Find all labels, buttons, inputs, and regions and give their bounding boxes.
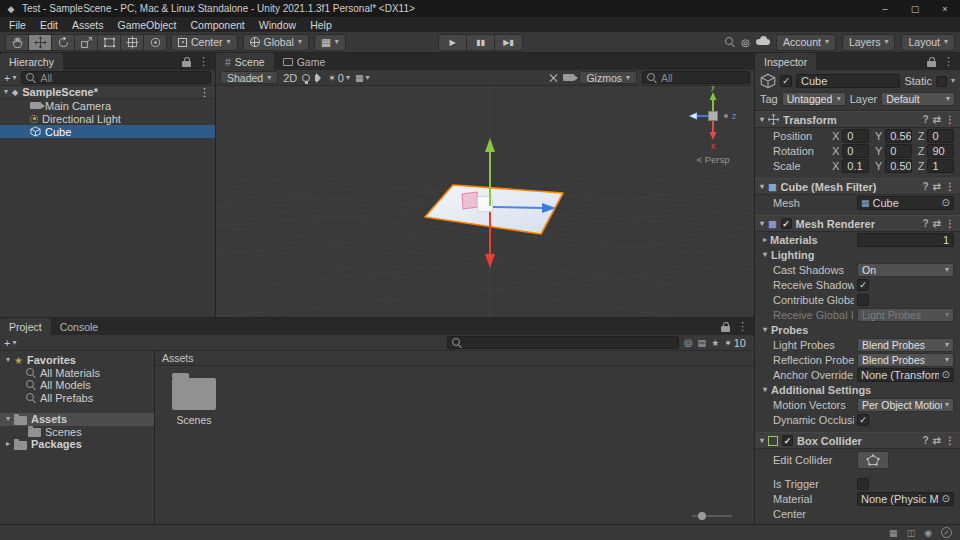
chevron-down-icon[interactable]: ▾ <box>951 77 955 85</box>
tab-scene[interactable]: #Scene <box>216 53 274 70</box>
favorites-foldout[interactable]: ▾★Favorites <box>0 354 154 367</box>
favorites-all-materials[interactable]: All Materials <box>0 367 154 380</box>
kebab-menu-icon[interactable]: ⋮ <box>945 114 955 125</box>
foldout-icon[interactable]: ▾ <box>6 356 10 364</box>
help-icon[interactable]: ? <box>923 218 929 229</box>
menu-window[interactable]: Window <box>252 17 303 32</box>
menu-edit[interactable]: Edit <box>33 17 65 32</box>
gameobject-name-field[interactable]: Cube <box>796 74 900 88</box>
foldout-icon[interactable]: ▾ <box>763 386 767 394</box>
rotation-x-field[interactable]: 0 <box>842 144 869 158</box>
lighting-foldout[interactable]: ▾Lighting <box>755 247 960 262</box>
pause-button[interactable]: ▮▮ <box>466 34 495 51</box>
scale-tool-button[interactable] <box>74 34 98 51</box>
progress-check-icon[interactable]: ✓ <box>941 527 952 538</box>
tree-item-scenes[interactable]: Scenes <box>0 426 154 439</box>
rect-tool-button[interactable] <box>97 34 121 51</box>
foldout-icon[interactable]: ▾ <box>760 220 764 228</box>
layers-dropdown[interactable]: Layers▾ <box>842 34 896 51</box>
grid-snapping-button[interactable]: ▦▾ <box>314 34 346 51</box>
kebab-menu-icon[interactable]: ⋮ <box>199 86 215 99</box>
reflection-probes-dropdown[interactable]: Blend Probes▾ <box>857 353 954 367</box>
search-by-label-icon[interactable]: ▤ <box>698 338 707 348</box>
transform-header[interactable]: ▾ Transform ? ⇄ ⋮ <box>755 111 960 128</box>
play-button[interactable]: ▶ <box>438 34 467 51</box>
menu-file[interactable]: File <box>2 17 33 32</box>
lock-icon[interactable] <box>182 61 191 67</box>
maximize-button[interactable]: ▢ <box>900 0 930 17</box>
lock-icon[interactable] <box>927 61 936 67</box>
project-add-button[interactable]: +▾ <box>4 337 16 349</box>
rotation-z-field[interactable]: 90 <box>927 144 954 158</box>
physic-material-field[interactable]: None (Physic Ma⊙ <box>857 492 954 506</box>
rotate-tool-button[interactable] <box>51 34 75 51</box>
hierarchy-add-button[interactable]: +▾ <box>4 72 16 84</box>
layout-status-icon[interactable]: ◫ <box>907 528 916 538</box>
favorites-all-models[interactable]: All Models <box>0 379 154 392</box>
automation-status-icon[interactable]: ▦ <box>889 528 898 538</box>
materials-count-field[interactable]: 1 <box>857 233 954 247</box>
scale-y-field[interactable]: 0.5001 <box>885 159 912 173</box>
kebab-menu-icon[interactable]: ⋮ <box>945 435 955 446</box>
presets-icon[interactable]: ⇄ <box>933 435 941 446</box>
layout-dropdown[interactable]: Layout▾ <box>901 34 955 51</box>
position-x-field[interactable]: 0 <box>842 129 869 143</box>
hidden-count-badge[interactable]: ✶10 <box>724 337 750 349</box>
dynamic-occlusion-checkbox[interactable]: ✓ <box>857 414 869 426</box>
effects-dropdown[interactable]: ✶0▾ <box>328 72 350 84</box>
foldout-icon[interactable]: ▾ <box>4 88 8 96</box>
hand-tool-button[interactable] <box>5 34 29 51</box>
scale-x-field[interactable]: 0.1 <box>842 159 869 173</box>
asset-tile-scenes[interactable]: Scenes <box>165 378 223 426</box>
close-button[interactable]: × <box>930 0 960 17</box>
tab-inspector[interactable]: Inspector <box>755 53 816 70</box>
scene-viewport[interactable]: y x z < Persp <box>216 86 754 317</box>
gizmo-hidden-axis-dot[interactable] <box>724 114 728 118</box>
mesh-object-field[interactable]: ▦Cube⊙ <box>857 196 954 210</box>
move-tool-button[interactable] <box>28 34 52 51</box>
cast-shadows-dropdown[interactable]: On▾ <box>857 263 954 277</box>
receive-shadows-checkbox[interactable]: ✓ <box>857 279 869 291</box>
scale-z-field[interactable]: 1 <box>927 159 954 173</box>
search-by-type-icon[interactable]: ◎ <box>684 337 693 348</box>
foldout-icon[interactable]: ▾ <box>760 437 764 445</box>
foldout-icon[interactable]: ▾ <box>760 116 764 124</box>
tab-hierarchy[interactable]: Hierarchy <box>0 53 63 70</box>
layer-dropdown[interactable]: Default▾ <box>881 92 955 106</box>
move-plane-handle-xy[interactable] <box>462 192 478 209</box>
foldout-icon[interactable]: ▸ <box>6 440 10 448</box>
transform-tool-button[interactable] <box>120 34 144 51</box>
kebab-menu-icon[interactable]: ⋮ <box>198 55 209 68</box>
presets-icon[interactable]: ⇄ <box>933 181 941 192</box>
foldout-icon[interactable]: ▸ <box>763 236 767 244</box>
materials-row[interactable]: ▸ Materials 1 <box>755 232 960 247</box>
target-icon[interactable]: ◎ <box>741 37 750 48</box>
motion-vectors-dropdown[interactable]: Per Object Motion▾ <box>857 398 954 412</box>
tab-project[interactable]: Project <box>0 318 51 335</box>
probes-foldout[interactable]: ▾Probes <box>755 322 960 337</box>
foldout-icon[interactable]: ▾ <box>6 415 10 423</box>
active-checkbox[interactable]: ✓ <box>780 75 792 87</box>
contribute-gi-checkbox[interactable] <box>857 294 869 306</box>
object-picker-icon[interactable]: ⊙ <box>942 197 950 208</box>
foldout-icon[interactable]: ▾ <box>763 251 767 259</box>
scene-camera-icon[interactable] <box>563 74 574 81</box>
scene-audio-toggle-icon[interactable] <box>315 75 319 81</box>
is-trigger-checkbox[interactable] <box>857 478 869 490</box>
object-picker-icon[interactable]: ⊙ <box>942 493 950 504</box>
tab-game[interactable]: Game <box>274 53 335 70</box>
lock-icon[interactable] <box>721 326 730 332</box>
menu-gameobject[interactable]: GameObject <box>111 17 184 32</box>
additional-settings-foldout[interactable]: ▾Additional Settings <box>755 382 960 397</box>
mesh-renderer-header[interactable]: ▾ ▦ ✓ Mesh Renderer ? ⇄ ⋮ <box>755 215 960 232</box>
gizmo-center-cube[interactable] <box>709 112 718 121</box>
favorites-filter-icon[interactable]: ★ <box>711 338 719 348</box>
kebab-menu-icon[interactable]: ⋮ <box>737 320 748 333</box>
activity-status-icon[interactable]: ◉ <box>924 528 932 538</box>
tag-dropdown[interactable]: Untagged▾ <box>782 92 846 106</box>
zoom-slider[interactable] <box>692 515 732 517</box>
presets-icon[interactable]: ⇄ <box>933 218 941 229</box>
kebab-menu-icon[interactable]: ⋮ <box>945 218 955 229</box>
favorites-all-prefabs[interactable]: All Prefabs <box>0 392 154 405</box>
menu-assets[interactable]: Assets <box>65 17 111 32</box>
